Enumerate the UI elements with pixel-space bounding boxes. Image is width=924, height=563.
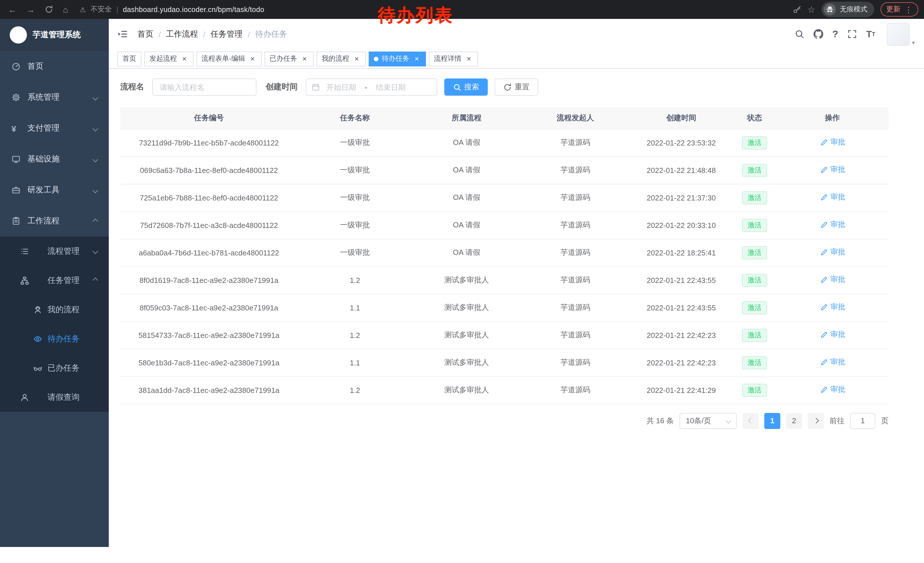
monitor-icon bbox=[12, 155, 22, 164]
fullscreen-icon[interactable] bbox=[847, 29, 857, 39]
yen-icon: ¥ bbox=[12, 124, 22, 132]
user-menu: ▾ bbox=[887, 23, 915, 45]
back-icon[interactable]: ← bbox=[8, 5, 16, 14]
approve-link[interactable]: 审批 bbox=[819, 165, 845, 175]
key-icon[interactable] bbox=[793, 5, 801, 14]
cell-task-id: 73211d9d-7b9b-11ec-b5b7-acde48001122 bbox=[120, 129, 298, 156]
cell-status: 激活 bbox=[733, 211, 776, 239]
sidebar-item-system[interactable]: 系统管理 bbox=[0, 82, 109, 113]
close-icon[interactable]: × bbox=[249, 55, 256, 63]
sidebar-item-label: 工作流程 bbox=[0, 216, 60, 226]
tab-todo-tasks[interactable]: 待办任务 × bbox=[369, 51, 426, 66]
breadcrumb-task-management[interactable]: 任务管理 bbox=[211, 29, 243, 39]
cell-task-id: 58154733-7ac8-11ec-a9e2-a2380e71991a bbox=[120, 321, 298, 349]
close-icon[interactable]: × bbox=[465, 55, 473, 63]
sidebar-item-dev-tools[interactable]: 研发工具 bbox=[0, 175, 109, 206]
tab-done-tasks[interactable]: 已办任务 × bbox=[264, 51, 314, 66]
cell-task-id: 8f059c03-7ac8-11ec-a9e2-a2380e71991a bbox=[120, 294, 298, 321]
approve-link[interactable]: 审批 bbox=[819, 137, 845, 147]
help-icon[interactable]: ? bbox=[832, 29, 838, 40]
approve-link[interactable]: 审批 bbox=[819, 384, 845, 395]
approve-link[interactable]: 审批 bbox=[819, 192, 845, 203]
cell-task-id: 580e1b3d-7ac8-11ec-a9e2-a2380e71991a bbox=[120, 349, 298, 376]
forward-icon[interactable]: → bbox=[26, 5, 35, 14]
approve-link[interactable]: 审批 bbox=[819, 220, 845, 230]
status-badge: 激活 bbox=[742, 273, 767, 287]
github-icon[interactable] bbox=[813, 29, 823, 39]
approve-link[interactable]: 审批 bbox=[819, 275, 845, 285]
reset-button[interactable]: 重置 bbox=[495, 78, 538, 96]
sidebar-item-leave-query[interactable]: 请假查询 bbox=[0, 383, 109, 412]
bookmark-star-icon[interactable]: ☆ bbox=[807, 5, 815, 14]
edit-pencil-icon bbox=[819, 386, 828, 394]
gauge-icon bbox=[12, 62, 22, 71]
breadcrumb-workflow[interactable]: 工作流程 bbox=[166, 29, 198, 39]
sidebar-item-payment[interactable]: ¥ 支付管理 bbox=[0, 113, 109, 144]
process-name-input[interactable] bbox=[152, 78, 256, 96]
close-icon[interactable]: × bbox=[300, 55, 309, 63]
page-size-select[interactable]: 10条/页 bbox=[680, 413, 737, 429]
tab-start-process[interactable]: 发起流程 × bbox=[144, 51, 194, 66]
edit-pencil-icon bbox=[819, 248, 828, 257]
sidebar-item-workflow[interactable]: 工作流程 bbox=[0, 206, 109, 237]
end-date-input[interactable] bbox=[369, 83, 412, 92]
update-button[interactable]: 更新 ⋮ bbox=[880, 2, 918, 17]
calendar-icon bbox=[311, 83, 320, 92]
url-text: dashboard.yudao.iocoder.cn/bpm/task/todo bbox=[123, 6, 264, 14]
browser-menu-icon[interactable]: ⋮ bbox=[904, 5, 912, 14]
sidebar-item-infrastructure[interactable]: 基础设施 bbox=[0, 144, 109, 175]
prev-page-button[interactable] bbox=[742, 413, 759, 429]
tab-my-processes[interactable]: 我的流程 × bbox=[316, 51, 366, 66]
font-size-icon[interactable]: TT bbox=[866, 29, 875, 39]
cell-create-time: 2022-01-21 22:43:55 bbox=[630, 294, 733, 321]
cell-status: 激活 bbox=[733, 294, 776, 321]
cell-status: 激活 bbox=[733, 156, 776, 184]
incognito-badge: 无痕模式 bbox=[822, 2, 874, 17]
search-button[interactable]: 搜索 bbox=[444, 78, 488, 96]
incognito-icon bbox=[824, 3, 836, 15]
sidebar-item-process-management[interactable]: 流程管理 bbox=[0, 237, 109, 266]
home-icon[interactable]: ⌂ bbox=[63, 5, 68, 14]
sidebar-item-my-processes[interactable]: 我的流程 bbox=[0, 295, 109, 324]
cell-initiator: 芋道源码 bbox=[521, 184, 630, 211]
user-avatar[interactable] bbox=[887, 23, 910, 45]
chevron-down-icon bbox=[93, 156, 98, 162]
sidebar-item-todo-tasks[interactable]: 待办任务 bbox=[0, 324, 109, 353]
avatar-dropdown-caret-icon[interactable]: ▾ bbox=[912, 39, 915, 45]
approve-link[interactable]: 审批 bbox=[819, 247, 845, 257]
approve-link-label: 审批 bbox=[830, 192, 845, 203]
cell-initiator: 芋道源码 bbox=[521, 376, 630, 404]
close-icon[interactable]: × bbox=[352, 55, 361, 63]
approve-link[interactable]: 审批 bbox=[819, 302, 845, 312]
sidebar-item-label: 基础设施 bbox=[0, 154, 60, 164]
app-logo[interactable]: 芋道管理系统 bbox=[0, 19, 109, 51]
cell-process: OA 请假 bbox=[412, 184, 521, 211]
close-icon[interactable]: × bbox=[180, 55, 188, 63]
sidebar-item-home[interactable]: 首页 bbox=[0, 51, 109, 82]
search-icon[interactable] bbox=[794, 29, 804, 39]
tab-home[interactable]: 首页 bbox=[117, 51, 141, 66]
sidebar-item-label: 研发工具 bbox=[0, 185, 60, 195]
approve-link[interactable]: 审批 bbox=[819, 357, 845, 368]
tab-process-form-edit[interactable]: 流程表单-编辑 × bbox=[196, 51, 262, 66]
sidebar-collapse-icon[interactable] bbox=[118, 29, 128, 39]
sidebar-item-task-management[interactable]: 任务管理 bbox=[0, 266, 109, 295]
breadcrumb-home[interactable]: 首页 bbox=[137, 29, 153, 39]
status-badge: 激活 bbox=[742, 356, 767, 369]
cell-task-name: 1.2 bbox=[298, 266, 412, 294]
page-button-1[interactable]: 1 bbox=[764, 413, 780, 429]
close-icon[interactable]: × bbox=[413, 55, 421, 63]
sidebar-item-label: 流程管理 bbox=[0, 246, 80, 256]
table-row: 8f0d1619-7ac8-11ec-a9e2-a2380e71991a 1.2… bbox=[120, 266, 888, 294]
cell-status: 激活 bbox=[733, 321, 776, 349]
date-range-picker[interactable]: - bbox=[306, 78, 437, 96]
page-button-2[interactable]: 2 bbox=[786, 413, 802, 429]
approve-link[interactable]: 审批 bbox=[819, 330, 845, 340]
sidebar-item-done-tasks[interactable]: 已办任务 bbox=[0, 353, 109, 383]
start-date-input[interactable] bbox=[320, 83, 362, 92]
reload-icon[interactable] bbox=[45, 5, 53, 14]
cell-task-name: 一级审批 bbox=[298, 129, 412, 156]
goto-page-input[interactable] bbox=[850, 413, 875, 429]
next-page-button[interactable] bbox=[808, 413, 824, 429]
tab-process-detail[interactable]: 流程详情 × bbox=[429, 51, 478, 66]
